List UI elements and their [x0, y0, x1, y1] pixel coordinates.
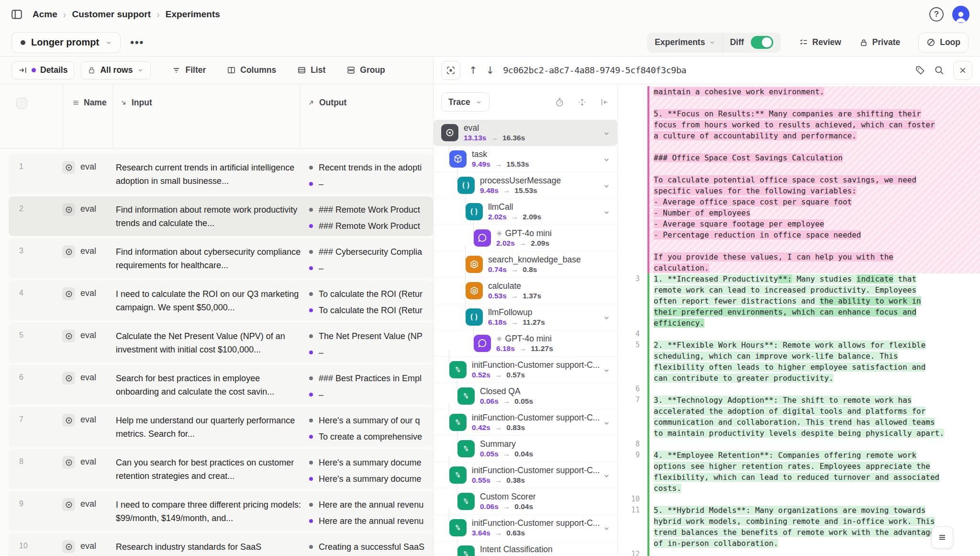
chevron-down-icon[interactable]: [602, 182, 611, 190]
breadcrumb-item[interactable]: Acme: [33, 9, 57, 20]
diff-line-number: [618, 362, 647, 373]
chevron-down-icon[interactable]: [602, 156, 611, 164]
experiment-selector[interactable]: Longer prompt: [11, 32, 121, 53]
table-row[interactable]: 9evalI need to compare three different p…: [9, 491, 433, 531]
columns-button[interactable]: Columns: [227, 65, 276, 75]
table-row[interactable]: 3evalFind information about cybersecurit…: [9, 238, 433, 278]
table-row[interactable]: 10evalResearch industry standards for Sa…: [9, 533, 433, 556]
chevron-down-icon[interactable]: [602, 366, 611, 374]
table-row[interactable]: 6evalSearch for best practices in employ…: [9, 365, 433, 405]
chevron-down-icon[interactable]: [602, 524, 611, 533]
column-header-output[interactable]: Output: [307, 98, 346, 108]
chevron-down-icon[interactable]: [602, 472, 611, 480]
diff-label: Diff: [730, 37, 744, 47]
sidebar-toggle-icon[interactable]: [11, 8, 23, 21]
span-meta: task9.49s→15.53s: [472, 149, 529, 169]
filter-button[interactable]: Filter: [172, 65, 206, 75]
timing-button[interactable]: [555, 97, 565, 107]
span-duration-compare: 0.05s: [514, 397, 533, 406]
tag-button[interactable]: [915, 65, 925, 76]
function-icon: (): [461, 181, 471, 190]
more-options-button[interactable]: •••: [130, 36, 144, 49]
trace-view-selector[interactable]: Trace: [441, 92, 490, 112]
divider: [723, 33, 723, 53]
trace-span[interactable]: search_knowledge_base0.74s→0.8s: [434, 251, 617, 278]
table-row[interactable]: 7evalHelp me understand our quarterly pe…: [9, 407, 433, 447]
trace-span[interactable]: eval13.13s→16.36s: [434, 120, 617, 146]
diff-line-number: 6: [618, 384, 647, 395]
details-button[interactable]: Details: [11, 61, 74, 79]
breadcrumb-item[interactable]: Experiments: [166, 9, 220, 20]
row-name: eval: [80, 499, 96, 509]
diff-line-number: [618, 174, 647, 185]
loop-button[interactable]: Loop: [918, 33, 969, 53]
table-row[interactable]: 8evalCan you search for best practices o…: [9, 449, 433, 489]
trace-span[interactable]: %Summary0.05s→0.04s: [434, 436, 617, 462]
span-name: search_knowledge_base: [488, 255, 581, 265]
diff-line: [649, 240, 980, 251]
help-icon[interactable]: ?: [929, 7, 944, 22]
trace-span[interactable]: ()processUserMessage9.48s→15.53s: [434, 172, 617, 199]
span-durations: 6.18s→11.27s: [488, 318, 545, 327]
diff-toggle[interactable]: [751, 36, 773, 49]
span-type-icon: %: [457, 545, 475, 556]
trace-span[interactable]: ✳GPT-4o mini6.18s→11.27s: [434, 330, 617, 357]
span-meta: initFunction-Customer support-C...0.42s→…: [472, 413, 600, 432]
trace-span[interactable]: ()llmFollowup6.18s→11.27s: [434, 304, 617, 330]
table-row[interactable]: 5evalCalculate the Net Present Value (NP…: [9, 323, 433, 363]
diff-line: 4. **Employee Retention**: Companies off…: [649, 450, 980, 461]
tool-hexagon-icon: [469, 285, 479, 296]
private-button[interactable]: Private: [859, 37, 900, 47]
previous-row-button[interactable]: ↑: [469, 65, 478, 76]
chevron-down-icon[interactable]: [602, 208, 611, 216]
search-button[interactable]: [934, 65, 945, 76]
trace-span[interactable]: calculate0.53s→1.37s: [434, 278, 617, 304]
breadcrumb-item[interactable]: Customer support: [72, 9, 151, 20]
diff-line: of in-person collaboration.: [649, 538, 980, 549]
output-line: Creating a successful SaaS: [309, 540, 433, 554]
arrow-right-icon: →: [519, 239, 527, 248]
output-bullet: [309, 545, 313, 549]
avatar[interactable]: [952, 6, 969, 23]
diff-line: 3. **Technology Adoption**: The shift to…: [649, 395, 980, 406]
list-button[interactable]: List: [297, 65, 325, 75]
diff-line: 5. **Focus on Results:** Many companies …: [649, 108, 980, 119]
span-name: initFunction-Customer support-C...: [472, 360, 600, 370]
collapse-panel-button[interactable]: [600, 97, 610, 107]
trace-span[interactable]: %Intent Classification0.13s→0.03s: [434, 541, 617, 556]
review-button[interactable]: Review: [799, 37, 841, 47]
outline-button[interactable]: [931, 526, 953, 548]
column-header-name[interactable]: Name: [72, 98, 107, 108]
expand-trace-button[interactable]: [441, 61, 460, 80]
table-row[interactable]: 4evalI need to calculate the ROI on our …: [9, 281, 433, 320]
trace-span[interactable]: %Closed QA0.06s→0.05s: [434, 383, 617, 409]
close-panel-button[interactable]: [953, 61, 972, 80]
table-row[interactable]: 2evalFind information about remote work …: [9, 196, 433, 236]
row-output: The Net Present Value (NP–: [309, 329, 433, 362]
trace-span[interactable]: ✳GPT-4o mini2.02s→2.09s: [434, 225, 617, 251]
collapse-spans-button[interactable]: [577, 97, 587, 107]
diff-line: [649, 329, 980, 340]
diff-line-number: [618, 218, 647, 229]
next-row-button[interactable]: ↓: [486, 65, 495, 76]
diff-line-number: [618, 163, 647, 174]
trace-span[interactable]: ()llmCall2.02s→2.09s: [434, 199, 617, 225]
table-row[interactable]: 1evalResearch current trends in artifici…: [9, 154, 433, 194]
view-selector[interactable]: Experiments: [655, 37, 716, 47]
group-button[interactable]: Group: [346, 65, 385, 75]
diff-line-number: 7: [618, 395, 647, 406]
rows-filter-button[interactable]: All rows: [81, 61, 151, 79]
chevron-down-icon[interactable]: [602, 419, 611, 427]
trace-span[interactable]: %Custom Scorer0.06s→0.04s: [434, 488, 617, 515]
search-icon: [934, 65, 945, 76]
lock-icon: [88, 66, 96, 74]
column-header-input[interactable]: Input: [120, 98, 152, 108]
openai-logo-icon: ✳: [496, 335, 502, 343]
chevron-down-icon[interactable]: [602, 314, 611, 322]
chevron-down-icon[interactable]: [602, 129, 611, 137]
span-durations: 2.02s→2.09s: [496, 239, 552, 248]
select-all-checkbox[interactable]: [16, 98, 27, 109]
output-text: Here's a summary of our q: [319, 416, 420, 426]
diff-line-number: 11: [618, 505, 647, 516]
output-line: The Net Present Value (NP: [309, 329, 433, 343]
